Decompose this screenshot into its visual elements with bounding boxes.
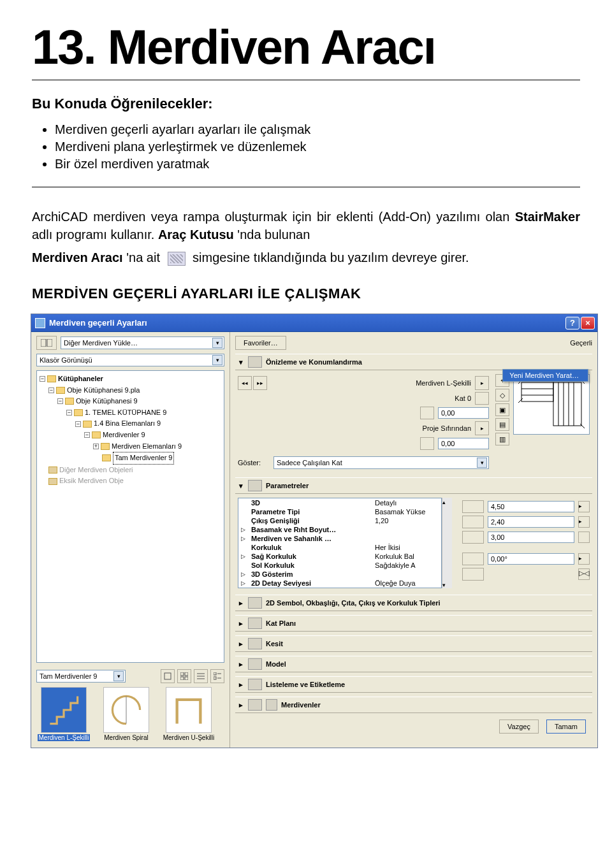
new-stair-context-menu[interactable]: Yeni Merdiven Yarat… — [502, 369, 588, 382]
help-button[interactable]: ? — [565, 317, 579, 329]
flag-button[interactable]: ▸ — [578, 516, 590, 528]
ok-button[interactable]: Tamam — [546, 720, 586, 734]
height2-input[interactable]: 0,00 — [438, 438, 489, 449]
flag-button[interactable]: ▸ — [578, 501, 590, 512]
view-large-icon[interactable] — [161, 669, 175, 683]
library-tree[interactable]: −Kütüphaneler −Obje Kütüphanesi 9.pla −O… — [36, 370, 224, 663]
parameter-grid[interactable]: 3DDetaylı Parametre TipiBasamak Yükse Çı… — [238, 498, 442, 588]
section-heading: MERDİVEN GEÇERLİ AYARLARI İLE ÇALIŞMAK — [32, 286, 580, 302]
panel-title: Model — [266, 660, 286, 668]
expand-icon: ▸ — [238, 640, 244, 648]
tree-label[interactable]: Obje Kütüphanesi 9 — [76, 396, 138, 407]
thumb-image — [41, 687, 87, 733]
right-pane: Favoriler… Geçerli ▾ Önizleme ve Konumla… — [230, 332, 597, 748]
folder-icon — [92, 431, 101, 438]
layout-toggle-icon[interactable] — [36, 336, 57, 350]
scrollbar[interactable]: ▴ ▾ — [442, 498, 452, 588]
dim-width-icon — [462, 500, 484, 513]
parameters-panel-body: 3DDetaylı Parametre TipiBasamak Yükse Çı… — [235, 494, 592, 591]
height1-input[interactable]: 0,00 — [438, 407, 489, 419]
preview-panel-header[interactable]: ▾ Önizleme ve Konumlandırma — [235, 354, 592, 370]
anchor-icon[interactable]: ◇ — [495, 389, 509, 401]
dim-input[interactable]: 4,50 — [488, 501, 574, 512]
page-title: 13. Merdiven Aracı — [32, 19, 580, 75]
close-button[interactable]: × — [581, 317, 595, 329]
view-list-icon[interactable] — [194, 669, 208, 683]
favorites-button[interactable]: Favoriler… — [235, 336, 286, 350]
svg-rect-0 — [41, 339, 46, 347]
parameters-panel-header[interactable]: ▾ Parametreler — [235, 477, 592, 494]
list-item: Bir özel merdiven yaratmak — [55, 157, 580, 171]
anchor-icon[interactable]: ▤ — [495, 418, 509, 431]
svg-rect-16 — [553, 382, 581, 426]
text: ArchiCAD merdiven veya rampa oluşturmak … — [32, 210, 515, 224]
collapsed-panel[interactable]: ▸Kat Planı — [235, 615, 592, 632]
stair-thumb-l[interactable]: Merdiven L-Şekilli — [36, 687, 91, 741]
collapse-icon[interactable]: − — [40, 376, 45, 382]
story-icon[interactable] — [475, 392, 489, 405]
tree-label-selected[interactable]: Tam Merdivenler 9 — [113, 452, 174, 465]
options-arrow-button[interactable]: ▸ — [475, 376, 489, 390]
collapse-icon[interactable]: − — [84, 432, 90, 438]
expand-icon: ▸ — [238, 660, 244, 669]
tree-label[interactable]: 1. TEMEL KÜTÜPHANE 9 — [85, 407, 166, 419]
svg-rect-4 — [185, 672, 188, 676]
height-icon — [420, 437, 434, 450]
cancel-button[interactable]: Vazgeç — [499, 720, 539, 734]
tree-label[interactable]: Eksik Merdiven Obje — [59, 475, 124, 487]
collapsed-panel[interactable]: ▸Merdivenler — [235, 697, 592, 713]
dim-input[interactable]: 2,40 — [488, 516, 574, 528]
tree-label[interactable]: 1.4 Bina Elemanları 9 — [94, 418, 161, 430]
anchor-icon-column: ✦ ◇ ▣ ▤ ▥ — [495, 374, 509, 445]
next-button[interactable]: ▸▸ — [253, 376, 267, 390]
expand-icon: ▸ — [238, 599, 244, 607]
collapse-icon[interactable]: − — [75, 421, 81, 427]
prev-button[interactable]: ◂◂ — [238, 376, 252, 390]
collapsed-panel[interactable]: ▸Model — [235, 656, 592, 672]
titlebar[interactable]: Merdiven geçerli Ayarları ? × — [31, 314, 597, 332]
collapsed-panel[interactable]: ▸Listeleme ve Etiketleme — [235, 676, 592, 693]
scroll-down-icon[interactable]: ▾ — [442, 581, 452, 588]
collapse-icon[interactable]: − — [48, 387, 54, 393]
tree-label[interactable]: Diğer Merdiven Objeleri — [59, 465, 133, 476]
text-bold: Araç Kutusu — [158, 228, 234, 242]
dim-input[interactable]: 0,00° — [488, 553, 574, 565]
stair-thumb-spiral[interactable]: Merdiven Spiral — [99, 687, 154, 741]
chevron-down-icon: ▾ — [477, 458, 487, 468]
mirror-button[interactable]: ▷◁ — [578, 568, 590, 580]
collapse-icon[interactable]: − — [57, 398, 63, 404]
tree-label[interactable]: Merdiven Elemanları 9 — [112, 441, 182, 452]
view-detail-icon[interactable] — [210, 669, 224, 683]
stair-thumb-u[interactable]: Merdiven U-Şekilli — [161, 687, 216, 741]
collapsed-panel[interactable]: ▸Kesit — [235, 635, 592, 652]
tree-label[interactable]: Obje Kütüphanesi 9.pla — [67, 385, 140, 396]
view-small-icon[interactable] — [177, 669, 191, 683]
tree-label[interactable]: Merdivenler 9 — [103, 430, 145, 441]
stair-settings-dialog: Merdiven geçerli Ayarları ? × Diğer Merd… — [31, 314, 598, 748]
folder-icon — [74, 409, 83, 416]
menu-item[interactable]: Yeni Merdiven Yarat… — [503, 370, 588, 381]
dim-input[interactable]: 3,00 — [488, 532, 574, 543]
scroll-up-icon[interactable]: ▴ — [442, 498, 452, 505]
text: 'na ait — [126, 250, 160, 264]
anchor-icon[interactable]: ▥ — [495, 433, 509, 445]
show-floor-combo[interactable]: Sadece Çalışılan Kat ▾ — [273, 456, 489, 469]
body-paragraph: Merdiven Aracı 'na ait simgesine tıkland… — [32, 249, 580, 266]
flag-button[interactable]: ▸ — [578, 553, 590, 565]
panel-title: Kat Planı — [266, 619, 296, 627]
collapse-icon[interactable]: − — [66, 410, 72, 416]
load-other-stair-combo[interactable]: Diğer Merdiven Yükle… ▾ — [61, 336, 224, 349]
expand-icon[interactable]: + — [93, 444, 99, 449]
thumb-folder-combo[interactable]: Tam Merdivenler 9 ▾ — [36, 670, 126, 683]
svg-rect-5 — [180, 677, 184, 680]
folder-view-combo[interactable]: Klasör Görünüşü ▾ — [36, 354, 224, 366]
flag-button[interactable] — [578, 532, 590, 543]
collapsed-panel[interactable]: ▸2D Sembol, Okbaşlığı, Çıta, Çıkış ve Ko… — [235, 595, 592, 611]
expand-icon: ▸ — [238, 681, 244, 689]
panel-title: Parametreler — [266, 482, 309, 489]
tree-label[interactable]: Kütüphaneler — [58, 373, 103, 385]
origin-arrow-button[interactable]: ▸ — [475, 421, 489, 435]
panel-icon — [248, 699, 262, 711]
anchor-icon[interactable]: ▣ — [495, 403, 509, 416]
bullet-list: Merdiven geçerli ayarları ayarları ile ç… — [55, 122, 580, 171]
